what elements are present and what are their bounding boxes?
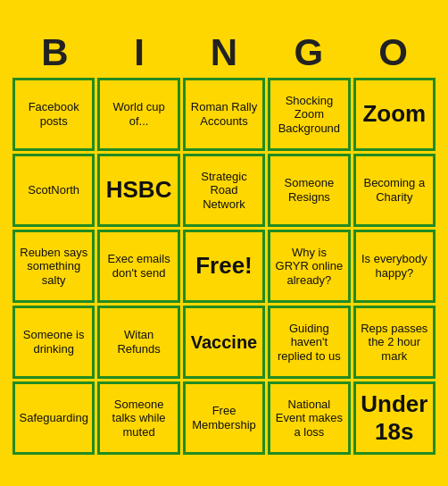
bingo-letter: N	[185, 31, 263, 74]
bingo-cell-20: Safeguarding	[12, 381, 95, 455]
bingo-grid: Facebook postsWorld cup of...Roman Rally…	[12, 78, 436, 455]
bingo-letter: I	[100, 31, 178, 74]
bingo-cell-8: Someone Resigns	[268, 154, 350, 227]
bingo-cell-5: ScotNorth	[12, 154, 95, 227]
bingo-cell-7: Strategic Road Network	[183, 154, 265, 227]
bingo-cell-0: Facebook posts	[12, 78, 95, 151]
bingo-cell-4: Zoom	[353, 78, 436, 151]
bingo-cell-15: Someone is drinking	[12, 306, 95, 379]
bingo-title: BINGO	[12, 31, 436, 74]
bingo-cell-23: National Event makes a loss	[268, 381, 350, 455]
bingo-cell-24: Under 18s	[353, 381, 436, 455]
bingo-cell-1: World cup of...	[97, 78, 179, 151]
bingo-cell-3: Shocking Zoom Background	[268, 78, 350, 151]
bingo-cell-18: Guiding haven't replied to us	[268, 306, 350, 379]
bingo-cell-10: Reuben says something salty	[12, 230, 95, 303]
bingo-cell-14: Is everybody happy?	[353, 230, 436, 303]
bingo-cell-11: Exec emails don't send	[97, 230, 179, 303]
bingo-letter: O	[354, 31, 433, 74]
bingo-cell-16: Witan Refunds	[97, 306, 179, 379]
bingo-cell-19: Reps passes the 2 hour mark	[353, 306, 436, 379]
bingo-letter: B	[15, 31, 94, 74]
bingo-cell-12: Free!	[183, 230, 265, 303]
bingo-cell-17: Vaccine	[183, 306, 265, 379]
bingo-card: BINGO Facebook postsWorld cup of...Roman…	[5, 24, 443, 462]
bingo-cell-22: Free Membership	[183, 381, 265, 455]
bingo-cell-13: Why is GRYR online already?	[268, 230, 350, 303]
bingo-cell-9: Becoming a Charity	[353, 154, 436, 227]
bingo-letter: G	[270, 31, 348, 74]
bingo-cell-21: Someone talks while muted	[97, 381, 179, 455]
bingo-cell-6: HSBC	[97, 154, 179, 227]
bingo-cell-2: Roman Rally Accounts	[183, 78, 265, 151]
